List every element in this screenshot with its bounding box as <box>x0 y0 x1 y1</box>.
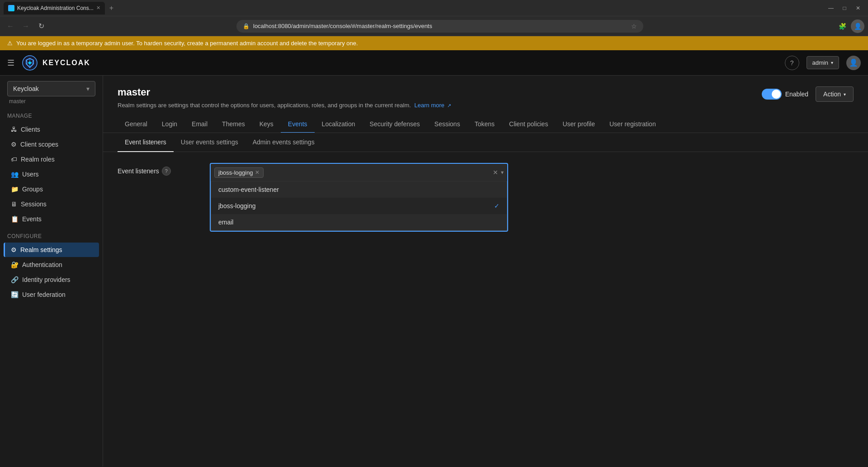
sidebar-label-events: Events <box>22 215 42 223</box>
dropdown-option-email[interactable]: email <box>211 214 507 230</box>
warning-icon: ⚠ <box>7 40 13 47</box>
browser-toolbar: ← → ↻ 🔒 ☆ 🧩 👤 <box>0 16 868 36</box>
sub-tab-admin-events-settings[interactable]: Admin events settings <box>245 133 322 152</box>
event-listeners-help-button[interactable]: ? <box>162 167 171 176</box>
main-content: master Realm settings are settings that … <box>103 76 868 467</box>
tab-client-policies[interactable]: Client policies <box>502 116 555 133</box>
learn-more-link[interactable]: Learn more ↗ <box>415 102 451 109</box>
tabs-bar: General Login Email Themes Keys Events L… <box>103 116 868 133</box>
dropdown-option-custom-event-listener[interactable]: custom-event-listener <box>211 181 507 198</box>
toggle-knob <box>772 90 781 99</box>
realm-dropdown-button[interactable]: Keycloak ▾ <box>7 81 95 96</box>
groups-icon: 📁 <box>11 186 19 193</box>
new-tab-button[interactable]: + <box>107 4 116 12</box>
tab-user-registration[interactable]: User registration <box>602 116 663 133</box>
extensions-button[interactable]: 🧩 <box>835 19 849 33</box>
page-description: Realm settings are settings that control… <box>118 102 451 109</box>
tab-general[interactable]: General <box>118 116 155 133</box>
selected-tag-jboss-logging: jboss-logging ✕ <box>214 167 264 178</box>
sidebar-item-realm-roles[interactable]: 🏷 Realm roles <box>4 152 99 167</box>
profile-button[interactable]: 👤 <box>851 19 864 33</box>
avatar[interactable]: 👤 <box>846 56 861 70</box>
option-check-jboss-icon: ✓ <box>494 202 500 210</box>
realm-name: Keycloak <box>13 85 39 92</box>
action-chevron-icon: ▾ <box>844 92 846 97</box>
event-listeners-field-label: Event listeners <box>118 167 159 175</box>
maximize-button[interactable]: □ <box>838 2 851 14</box>
bookmark-icon[interactable]: ☆ <box>631 23 637 30</box>
realm-chevron-icon: ▾ <box>86 85 90 92</box>
tab-tokens[interactable]: Tokens <box>467 116 502 133</box>
sidebar-item-groups[interactable]: 📁 Groups <box>4 182 99 196</box>
tab-keys[interactable]: Keys <box>252 116 281 133</box>
user-menu-button[interactable]: admin ▾ <box>807 56 839 69</box>
action-button-label: Action <box>823 91 841 98</box>
events-icon: 📋 <box>11 215 19 223</box>
tag-label-jboss-logging: jboss-logging <box>218 169 253 176</box>
sub-tab-user-events-settings[interactable]: User events settings <box>174 133 245 152</box>
tab-events[interactable]: Events <box>281 116 315 133</box>
address-input[interactable] <box>253 23 627 29</box>
sidebar-label-client-scopes: Client scopes <box>20 141 58 148</box>
realm-sub-label: master <box>7 96 95 105</box>
form-content: Event listeners ? jboss-logging ✕ ✕ <box>103 152 868 243</box>
multiselect-arrow-button[interactable]: ▾ <box>501 169 504 176</box>
sidebar-item-user-federation[interactable]: 🔄 User federation <box>4 287 99 302</box>
hamburger-menu-icon[interactable]: ☰ <box>7 58 14 68</box>
client-scopes-icon: ⚙ <box>11 141 17 148</box>
tag-remove-jboss-logging-button[interactable]: ✕ <box>255 170 259 175</box>
close-button[interactable]: ✕ <box>852 2 864 14</box>
sidebar-label-users: Users <box>22 171 39 178</box>
action-button[interactable]: Action ▾ <box>816 86 854 102</box>
sidebar-item-realm-settings[interactable]: ⚙ Realm settings <box>4 243 99 257</box>
tab-login[interactable]: Login <box>155 116 184 133</box>
realm-selector: Keycloak ▾ master <box>0 76 103 106</box>
sidebar-item-authentication[interactable]: 🔐 Authentication <box>4 257 99 272</box>
keycloak-logo[interactable]: KEYCLOAK <box>22 55 90 71</box>
page-title-section: master Realm settings are settings that … <box>118 86 451 109</box>
back-button[interactable]: ← <box>4 19 17 33</box>
sidebar-item-events[interactable]: 📋 Events <box>4 212 99 226</box>
multiselect-container: jboss-logging ✕ ✕ ▾ custom-event-listene… <box>210 163 508 232</box>
tab-localization[interactable]: Localization <box>315 116 363 133</box>
sidebar-item-client-scopes[interactable]: ⚙ Client scopes <box>4 137 99 152</box>
clients-icon: 🖧 <box>11 126 17 133</box>
sidebar-item-identity-providers[interactable]: 🔗 Identity providers <box>4 272 99 287</box>
toggle-switch[interactable] <box>762 89 782 100</box>
tab-email[interactable]: Email <box>184 116 215 133</box>
refresh-button[interactable]: ↻ <box>34 19 48 33</box>
browser-tab[interactable]: Keycloak Administration Cons... ✕ <box>4 2 105 14</box>
sidebar-label-sessions: Sessions <box>21 200 47 208</box>
tab-user-profile[interactable]: User profile <box>555 116 602 133</box>
address-bar-container: 🔒 ☆ <box>236 20 643 33</box>
help-button[interactable]: ? <box>785 56 799 70</box>
page-title: master <box>118 86 451 98</box>
user-federation-icon: 🔄 <box>11 291 19 298</box>
multiselect-clear-button[interactable]: ✕ <box>493 169 498 176</box>
tab-close-icon[interactable]: ✕ <box>96 5 100 11</box>
authentication-icon: 🔐 <box>11 261 19 268</box>
sidebar-item-clients[interactable]: 🖧 Clients <box>4 122 99 137</box>
multiselect-dropdown: custom-event-listener jboss-logging ✓ em… <box>211 181 507 231</box>
sub-tab-event-listeners[interactable]: Event listeners <box>118 133 174 152</box>
tab-title: Keycloak Administration Cons... <box>17 5 94 11</box>
option-label-custom: custom-event-listener <box>218 186 279 193</box>
minimize-button[interactable]: — <box>825 2 837 14</box>
sidebar-item-sessions[interactable]: 🖥 Sessions <box>4 197 99 211</box>
tab-themes[interactable]: Themes <box>215 116 252 133</box>
tab-security-defenses[interactable]: Security defenses <box>363 116 427 133</box>
enabled-label: Enabled <box>785 91 808 98</box>
external-link-icon: ↗ <box>447 103 451 108</box>
sidebar-item-users[interactable]: 👥 Users <box>4 167 99 181</box>
sub-tabs-bar: Event listeners User events settings Adm… <box>103 133 868 152</box>
warning-text: You are logged in as a temporary admin u… <box>16 40 358 47</box>
warning-bar: ⚠ You are logged in as a temporary admin… <box>0 36 868 50</box>
forward-button[interactable]: → <box>19 19 33 33</box>
window-controls: — □ ✕ <box>825 2 864 14</box>
dropdown-option-jboss-logging[interactable]: jboss-logging ✓ <box>211 198 507 214</box>
multiselect-top: jboss-logging ✕ ✕ ▾ <box>211 164 507 181</box>
tab-sessions[interactable]: Sessions <box>427 116 467 133</box>
page-description-text: Realm settings are settings that control… <box>118 102 411 109</box>
sidebar: Keycloak ▾ master Manage 🖧 Clients ⚙ Cli… <box>0 76 103 467</box>
event-listeners-multiselect: jboss-logging ✕ ✕ ▾ custom-event-listene… <box>210 163 508 232</box>
